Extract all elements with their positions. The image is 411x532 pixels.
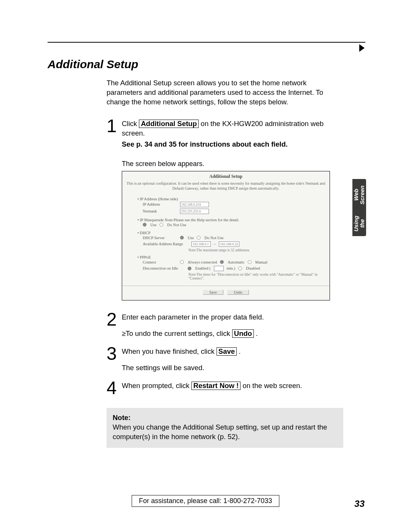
connect-auto-label: Automatic xyxy=(228,260,244,264)
save-button-ref: Save xyxy=(217,347,237,356)
inner-save-button[interactable]: Save xyxy=(203,290,223,295)
embedded-screenshot: Additional Setup This is an optional con… xyxy=(122,171,330,300)
note-body: When you change the Additional Setup set… xyxy=(113,423,337,442)
text: When prompted, click xyxy=(122,382,191,390)
text: Enter each parameter in the proper data … xyxy=(122,313,264,321)
connect-manual-label: Manual xyxy=(255,260,268,264)
dhcp-notuse-label: Do Not Use xyxy=(204,236,223,240)
screenshot-caption: The screen below appears. xyxy=(122,160,365,168)
step-2: 2 Enter each parameter in the proper dat… xyxy=(107,312,335,339)
undo-button-ref: Undo xyxy=(232,329,254,338)
radio-icon[interactable] xyxy=(238,267,242,270)
dhcp-server-row: DHCP Server Use Do Not Use xyxy=(137,235,318,241)
connect-label: Connect xyxy=(143,260,177,264)
steps-list: 1 Click Additional Setup on the KX-HGW20… xyxy=(107,118,335,149)
range-from-input[interactable]: 192.168.0.1 xyxy=(191,241,211,247)
step-4: 4 When prompted, click Restart Now ! on … xyxy=(107,380,335,397)
note-box: Note: When you change the Additional Set… xyxy=(107,408,343,448)
ip-address-heading: • IP Address (Home side) xyxy=(137,197,318,201)
after-save-text: The settings will be saved. xyxy=(122,363,241,373)
step-number: 1 xyxy=(107,117,122,135)
pppoe-block: • PPPoE Connect Always connected Automat… xyxy=(137,255,318,280)
radio-icon[interactable] xyxy=(159,223,163,227)
step-1: 1 Click Additional Setup on the KX-HGW20… xyxy=(107,118,335,149)
masquerade-block: • IP Masquerade Note:Please see the Help… xyxy=(137,218,318,228)
masquerade-heading: • IP Masquerade Note:Please see the Help… xyxy=(137,218,318,222)
range-row: Available Address Range 192.168.0.1 – 19… xyxy=(137,241,318,248)
netmask-label: Netmask xyxy=(143,209,177,213)
step-body: Click Additional Setup on the KX-HGW200 … xyxy=(122,118,335,149)
text: . xyxy=(239,347,241,355)
side-tab-line2: Web Screen xyxy=(353,179,366,211)
inner-button-row: Save Undo xyxy=(122,286,330,296)
ip-address-input[interactable]: 192.168.0.254 xyxy=(180,202,209,207)
masq-notuse-label: Do Not Use xyxy=(167,223,186,227)
radio-icon[interactable] xyxy=(220,260,224,264)
radio-icon[interactable] xyxy=(180,260,184,264)
range-note: Note:The maximum range is 32 addresses. xyxy=(137,248,318,252)
intro-paragraph: The Additional Setup screen allows you t… xyxy=(107,78,323,107)
page-content: Additional Setup The Additional Setup sc… xyxy=(0,0,411,448)
disc-min-label: min.) xyxy=(227,266,235,270)
page-number: 33 xyxy=(354,498,365,509)
note-label: Note: xyxy=(113,413,337,423)
netmask-input[interactable]: 255.255.255.0 xyxy=(180,209,209,214)
range-to-input[interactable]: 192.168.0.32 xyxy=(219,241,239,247)
step-3: 3 When you have finished, click Save . T… xyxy=(107,346,335,373)
disc-note: Note:The timer for "Disconnection on Idl… xyxy=(137,272,318,280)
radio-icon[interactable] xyxy=(143,223,147,227)
undo-line: ≥To undo the current settings, click Und… xyxy=(122,329,264,339)
pppoe-heading: • PPPoE xyxy=(137,255,318,259)
footer: For assistance, please call: 1-800-272-7… xyxy=(0,495,411,507)
dhcp-server-label: DHCP Server xyxy=(143,236,177,240)
inner-undo-button[interactable]: Undo xyxy=(227,290,249,295)
connect-always-label: Always connected xyxy=(188,260,217,264)
step-body: Enter each parameter in the proper data … xyxy=(122,312,264,339)
inner-description: This is an optional configuration. It ca… xyxy=(122,181,330,194)
steps-list-cont: 2 Enter each parameter in the proper dat… xyxy=(107,312,335,397)
restart-now-button-ref: Restart Now ! xyxy=(191,382,241,390)
step-number: 4 xyxy=(107,379,122,397)
dhcp-block: • DHCP DHCP Server Use Do Not Use Availa… xyxy=(137,231,318,252)
top-rule xyxy=(48,42,365,43)
radio-icon[interactable] xyxy=(180,236,184,240)
step-number: 3 xyxy=(107,345,122,363)
inner-title: Additional Setup xyxy=(122,171,330,181)
connect-row: Connect Always connected Automatic Manua… xyxy=(137,259,318,265)
assistance-box: For assistance, please call: 1-800-272-7… xyxy=(132,495,279,507)
netmask-row: Netmask 255.255.255.0 xyxy=(137,208,318,215)
side-tab: Using the Web Screen xyxy=(352,179,366,236)
dhcp-use-label: Use xyxy=(188,236,194,240)
text: on the web screen. xyxy=(242,382,302,390)
ip-address-row: IP Address 192.168.0.254 xyxy=(137,201,318,208)
disconnect-label: Disconnection on Idle xyxy=(143,266,185,270)
see-reference: See p. 34 and 35 for instructions about … xyxy=(122,140,335,149)
disc-minutes-input[interactable] xyxy=(214,266,224,271)
disc-enabled-label: Enabled ( xyxy=(195,266,211,270)
additional-setup-button-ref: Additional Setup xyxy=(139,120,199,128)
section-title: Additional Setup xyxy=(48,58,365,71)
ip-address-block: • IP Address (Home side) IP Address 192.… xyxy=(137,197,318,215)
disc-disabled-label: Disabled xyxy=(246,266,260,270)
step-body: When prompted, click Restart Now ! on th… xyxy=(122,380,302,391)
side-tab-line1: Using the xyxy=(353,211,366,236)
text: When you have finished, click xyxy=(122,347,217,355)
radio-icon[interactable] xyxy=(197,236,201,240)
text: . xyxy=(256,329,258,337)
radio-icon[interactable] xyxy=(248,260,252,264)
range-label: Available Address Range xyxy=(143,242,188,246)
step-number: 2 xyxy=(107,310,122,329)
step-body: When you have finished, click Save . The… xyxy=(122,346,241,373)
disconnect-row: Disconnection on Idle Enabled ( min.) Di… xyxy=(137,265,318,272)
masquerade-options: Use Do Not Use xyxy=(137,222,318,228)
text: Click xyxy=(122,120,139,128)
dash: – xyxy=(214,242,216,246)
ip-address-label: IP Address xyxy=(143,202,177,206)
dhcp-heading: • DHCP xyxy=(137,231,318,235)
text: ≥To undo the current settings, click xyxy=(122,329,232,337)
radio-icon[interactable] xyxy=(188,267,191,270)
masq-use-label: Use xyxy=(150,223,156,227)
